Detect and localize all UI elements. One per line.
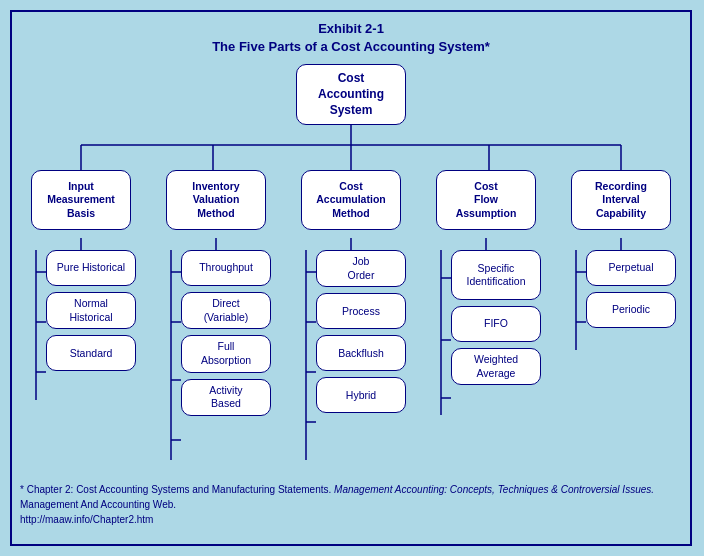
- col5-items: Perpetual Periodic: [586, 250, 676, 328]
- col3-item-4: Hybrid: [316, 377, 406, 413]
- title-section: Exhibit 2-1 The Five Parts of a Cost Acc…: [20, 20, 682, 56]
- col4-items: SpecificIdentification FIFO WeightedAver…: [451, 250, 541, 385]
- root-connector-svg: [21, 125, 681, 170]
- col2-branch-svg: [161, 250, 181, 470]
- col5-branch-svg: [566, 250, 586, 360]
- column-cost-accumulation: CostAccumulationMethod JobOrder Process: [291, 170, 411, 470]
- col2-items: Throughput Direct(Variable) FullAbsorpti…: [181, 250, 271, 416]
- root-row: Cost AccountingSystem: [296, 64, 406, 125]
- footer-section: * Chapter 2: Cost Accounting Systems and…: [20, 482, 682, 527]
- col5-tree: Perpetual Periodic: [566, 250, 676, 360]
- title-line2: The Five Parts of a Cost Accounting Syst…: [212, 39, 490, 54]
- col4-branch-svg: [431, 250, 451, 425]
- chart-container: Cost AccountingSystem InputMeasurementBa…: [20, 64, 682, 470]
- col2-item-2: Direct(Variable): [181, 292, 271, 329]
- col3-vert1: [350, 238, 352, 250]
- col4-item-2: FIFO: [451, 306, 541, 342]
- col5-vert1: [620, 238, 622, 250]
- col1-tree: Pure Historical Normal Historical Standa…: [26, 250, 136, 410]
- footer-line3: http://maaw.info/Chapter2.htm: [20, 514, 153, 525]
- col3-header: CostAccumulationMethod: [301, 170, 401, 230]
- col2-item-1: Throughput: [181, 250, 271, 286]
- col1-branch-svg: [26, 250, 46, 410]
- column-recording-interval: RecordingIntervalCapability Perpetual Pe…: [561, 170, 681, 470]
- col4-tree: SpecificIdentification FIFO WeightedAver…: [431, 250, 541, 425]
- col1-vert1: [80, 238, 82, 250]
- col2-item-3: FullAbsorption: [181, 335, 271, 372]
- col3-items: JobOrder Process Backflush Hybrid: [316, 250, 406, 413]
- footer-line1: * Chapter 2: Cost Accounting Systems and…: [20, 484, 654, 510]
- col1-items: Pure Historical Normal Historical Standa…: [46, 250, 136, 371]
- col4-item-1: SpecificIdentification: [451, 250, 541, 300]
- col1-item-1: Pure Historical: [46, 250, 136, 286]
- root-node: Cost AccountingSystem: [296, 64, 406, 125]
- col3-item-2: Process: [316, 293, 406, 329]
- col2-tree: Throughput Direct(Variable) FullAbsorpti…: [161, 250, 271, 470]
- col4-item-3: WeightedAverage: [451, 348, 541, 385]
- column-input-measurement: InputMeasurementBasis Pure Historical No…: [21, 170, 141, 470]
- col1-item-3: Standard: [46, 335, 136, 371]
- col5-item-1: Perpetual: [586, 250, 676, 286]
- column-cost-flow: CostFlowAssumption SpecificIdentificatio…: [426, 170, 546, 470]
- columns-row: InputMeasurementBasis Pure Historical No…: [21, 170, 681, 470]
- col5-item-2: Periodic: [586, 292, 676, 328]
- col2-item-4: ActivityBased: [181, 379, 271, 416]
- column-inventory-valuation: InventoryValuationMethod Throughput Dire…: [156, 170, 276, 470]
- col3-tree: JobOrder Process Backflush Hybrid: [296, 250, 406, 470]
- col1-header: InputMeasurementBasis: [31, 170, 131, 230]
- col3-branch-svg: [296, 250, 316, 470]
- title-line1: Exhibit 2-1: [318, 21, 384, 36]
- col4-header: CostFlowAssumption: [436, 170, 536, 230]
- col1-item-2: Normal Historical: [46, 292, 136, 329]
- col2-header: InventoryValuationMethod: [166, 170, 266, 230]
- col5-header: RecordingIntervalCapability: [571, 170, 671, 230]
- col3-item-1: JobOrder: [316, 250, 406, 287]
- exhibit-title: Exhibit 2-1 The Five Parts of a Cost Acc…: [20, 20, 682, 56]
- col2-vert1: [215, 238, 217, 250]
- col4-vert1: [485, 238, 487, 250]
- col3-item-3: Backflush: [316, 335, 406, 371]
- outer-border: Exhibit 2-1 The Five Parts of a Cost Acc…: [10, 10, 692, 546]
